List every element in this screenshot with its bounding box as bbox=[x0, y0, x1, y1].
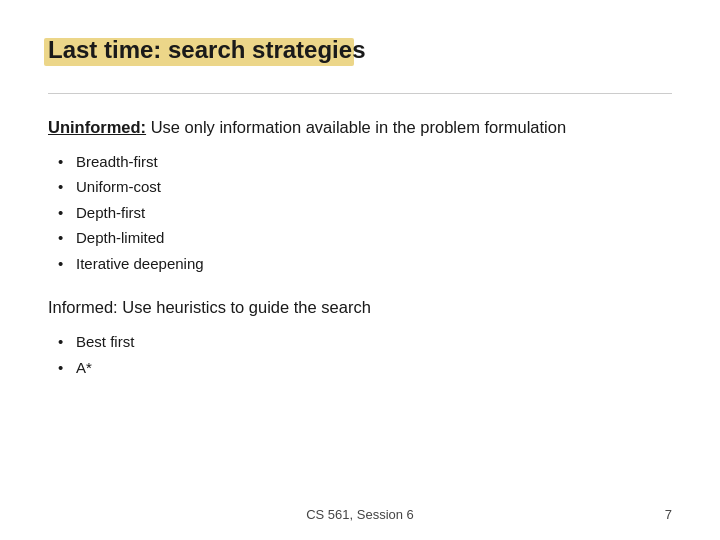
list-item: Uniform-cost bbox=[76, 174, 672, 200]
informed-bullet-list: Best first A* bbox=[48, 329, 672, 380]
list-item: Breadth-first bbox=[76, 149, 672, 175]
uninformed-heading: Uninformed: Use only information availab… bbox=[48, 116, 672, 139]
informed-heading-text: Informed: Use heuristics to guide the se… bbox=[48, 298, 371, 316]
title-area: Last time: search strategies bbox=[48, 36, 672, 65]
list-item: Best first bbox=[76, 329, 672, 355]
slide: Last time: search strategies Uninformed:… bbox=[0, 0, 720, 540]
footer-page: 7 bbox=[665, 507, 672, 522]
uninformed-label-bold: Uninformed: bbox=[48, 118, 146, 136]
page-number: 7 bbox=[665, 507, 672, 522]
informed-section: Informed: Use heuristics to guide the se… bbox=[48, 296, 672, 380]
uninformed-section: Uninformed: Use only information availab… bbox=[48, 116, 672, 277]
list-item: Depth-first bbox=[76, 200, 672, 226]
list-item: Depth-limited bbox=[76, 225, 672, 251]
informed-heading: Informed: Use heuristics to guide the se… bbox=[48, 296, 672, 319]
slide-title: Last time: search strategies bbox=[48, 36, 672, 65]
uninformed-bullet-list: Breadth-first Uniform-cost Depth-first D… bbox=[48, 149, 672, 277]
footer: CS 561, Session 6 bbox=[0, 507, 720, 522]
divider bbox=[48, 93, 672, 94]
footer-center-text: CS 561, Session 6 bbox=[306, 507, 414, 522]
list-item: Iterative deepening bbox=[76, 251, 672, 277]
uninformed-label-rest: Use only information available in the pr… bbox=[146, 118, 566, 136]
list-item: A* bbox=[76, 355, 672, 381]
